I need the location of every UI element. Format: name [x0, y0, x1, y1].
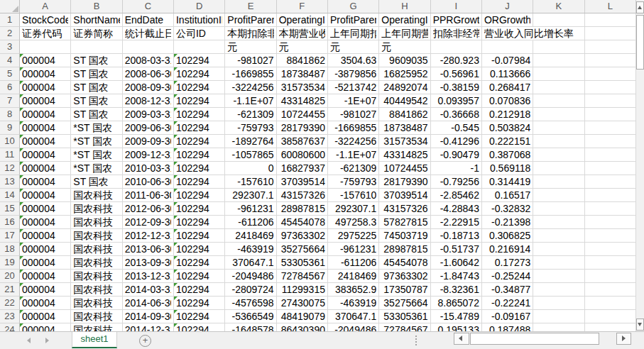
cell-L16[interactable]	[585, 216, 636, 229]
cell-L15[interactable]	[585, 202, 636, 216]
cell-A6[interactable]: 000004	[20, 81, 71, 94]
cell-H24[interactable]: 72784567	[379, 323, 430, 331]
row-header-22[interactable]: 22	[0, 297, 20, 310]
cell-G4[interactable]: 3504.63	[328, 54, 379, 67]
cell-J12[interactable]: 0.569118	[482, 162, 533, 175]
column-header-F[interactable]: F	[277, 0, 328, 13]
cell-F19[interactable]: 53305361	[277, 256, 328, 270]
cell-G19[interactable]: -611206	[328, 256, 379, 270]
cell-E3[interactable]: 元	[225, 40, 276, 54]
cell-K16[interactable]	[533, 216, 584, 229]
cell-L9[interactable]	[585, 121, 636, 135]
cell-A10[interactable]: 000004	[20, 135, 71, 148]
cell-E21[interactable]: -2809724	[225, 283, 276, 297]
cell-E6[interactable]: -3224256	[225, 81, 276, 94]
cell-H10[interactable]: 31573534	[379, 135, 430, 148]
cell-A9[interactable]: 000004	[20, 121, 71, 135]
cell-J17[interactable]: 0.306825	[482, 229, 533, 243]
cell-J13[interactable]: 0.314419	[482, 175, 533, 189]
cell-C22[interactable]: 2014-06-30	[123, 297, 174, 310]
sheet-tab-sheet1[interactable]: sheet1	[72, 332, 117, 348]
cell-D2[interactable]: 公司ID	[174, 27, 225, 40]
cell-A8[interactable]: 000004	[20, 108, 71, 121]
row-header-20[interactable]: 20	[0, 270, 20, 283]
cell-E17[interactable]: 2418469	[225, 229, 276, 243]
cell-H18[interactable]: 28987815	[379, 243, 430, 256]
cell-L21[interactable]	[585, 283, 636, 297]
cell-D19[interactable]: 102294	[174, 256, 225, 270]
cell-J10[interactable]: 0.222151	[482, 135, 533, 148]
cell-L22[interactable]	[585, 297, 636, 310]
cell-E10[interactable]: -1892764	[225, 135, 276, 148]
cell-L5[interactable]	[585, 67, 636, 81]
cell-F2[interactable]: 本期营业收入	[277, 27, 328, 40]
cell-H19[interactable]: 45454078	[379, 256, 430, 270]
cell-B6[interactable]: ST 国农	[71, 81, 122, 94]
cell-E11[interactable]: -1057865	[225, 148, 276, 162]
cell-B1[interactable]: ShortName	[71, 13, 122, 27]
cell-E2[interactable]: 本期扣除非经常性损益后的净利润	[225, 27, 276, 40]
vertical-scrollbar[interactable]	[636, 0, 644, 331]
cell-F15[interactable]: 28987815	[277, 202, 328, 216]
cell-D6[interactable]: 102294	[174, 81, 225, 94]
cell-I15[interactable]: -4.28843	[431, 202, 482, 216]
cell-I20[interactable]: -1.84743	[431, 270, 482, 283]
cell-L6[interactable]	[585, 81, 636, 94]
cell-G6[interactable]: -5213742	[328, 81, 379, 94]
cell-G2[interactable]: 上年同期扣除非经常性损益后的净利润	[328, 27, 379, 40]
cell-B21[interactable]: 国农科技	[71, 283, 122, 297]
cell-D22[interactable]: 102294	[174, 297, 225, 310]
row-header-16[interactable]: 16	[0, 216, 20, 229]
row-header-15[interactable]: 15	[0, 202, 20, 216]
row-header-3[interactable]: 3	[0, 40, 20, 54]
cell-D16[interactable]: 102294	[174, 216, 225, 229]
cell-K18[interactable]	[533, 243, 584, 256]
cell-E4[interactable]: -981027	[225, 54, 276, 67]
cell-C6[interactable]: 2008-09-30	[123, 81, 174, 94]
cell-J11[interactable]: 0.387068	[482, 148, 533, 162]
cell-K17[interactable]	[533, 229, 584, 243]
cell-C3[interactable]	[123, 40, 174, 54]
cell-G14[interactable]: -157610	[328, 189, 379, 202]
cell-K12[interactable]	[533, 162, 584, 175]
cell-D11[interactable]: 102294	[174, 148, 225, 162]
cell-G17[interactable]: 2975225	[328, 229, 379, 243]
cell-H21[interactable]: 17350787	[379, 283, 430, 297]
cell-A17[interactable]: 000004	[20, 229, 71, 243]
cell-I7[interactable]: 0.093957	[431, 94, 482, 108]
cell-G20[interactable]: 2418469	[328, 270, 379, 283]
cell-J22[interactable]: -0.22241	[482, 297, 533, 310]
row-header-17[interactable]: 17	[0, 229, 20, 243]
cell-I11[interactable]: -0.90479	[431, 148, 482, 162]
cell-L7[interactable]	[585, 94, 636, 108]
cell-F11[interactable]: 60080600	[277, 148, 328, 162]
cell-L19[interactable]	[585, 256, 636, 270]
row-header-14[interactable]: 14	[0, 189, 20, 202]
cell-H16[interactable]: 57827815	[379, 216, 430, 229]
cell-J8[interactable]: 0.212918	[482, 108, 533, 121]
cell-A14[interactable]: 000004	[20, 189, 71, 202]
cell-C19[interactable]: 2013-09-30	[123, 256, 174, 270]
cell-L4[interactable]	[585, 54, 636, 67]
cell-B17[interactable]: 国农科技	[71, 229, 122, 243]
cell-F12[interactable]: 16827937	[277, 162, 328, 175]
cell-C5[interactable]: 2008-06-30	[123, 67, 174, 81]
cell-I24[interactable]: 0.195133	[431, 323, 482, 331]
cell-L24[interactable]	[585, 323, 636, 331]
cell-J2[interactable]: 营业收入同比增长率	[482, 27, 533, 40]
cell-F4[interactable]: 8841862	[277, 54, 328, 67]
cell-J4[interactable]: -0.07984	[482, 54, 533, 67]
cell-K8[interactable]	[533, 108, 584, 121]
cell-H6[interactable]: 24892074	[379, 81, 430, 94]
cell-L2[interactable]	[585, 27, 636, 40]
cell-C8[interactable]: 2009-03-31	[123, 108, 174, 121]
cell-H13[interactable]: 28179390	[379, 175, 430, 189]
cell-C21[interactable]: 2014-03-31	[123, 283, 174, 297]
row-header-6[interactable]: 6	[0, 81, 20, 94]
cell-L3[interactable]	[585, 40, 636, 54]
row-header-24[interactable]: 24	[0, 323, 20, 331]
cell-G7[interactable]: -1E+07	[328, 94, 379, 108]
cell-L10[interactable]	[585, 135, 636, 148]
cell-E16[interactable]: -611206	[225, 216, 276, 229]
cell-E7[interactable]: -1.1E+07	[225, 94, 276, 108]
